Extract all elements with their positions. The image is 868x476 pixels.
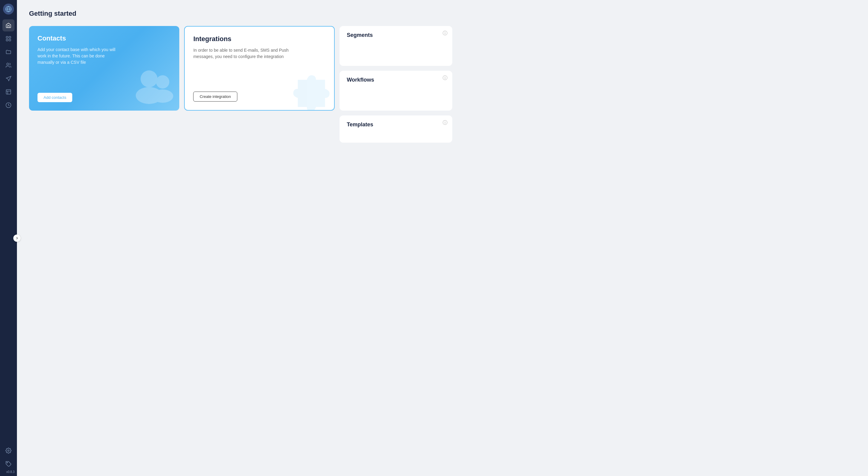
sidebar: v0.8.3 [0, 0, 17, 476]
svg-point-5 [7, 63, 9, 65]
svg-point-9 [7, 463, 8, 463]
contacts-card-title: Contacts [37, 34, 171, 42]
sidebar-item-clock[interactable] [2, 99, 14, 111]
version-label: v0.8.3 [6, 470, 14, 474]
sidebar-logo[interactable] [3, 4, 14, 14]
segments-card-title: Segments [347, 32, 373, 38]
integrations-card-description: In order to be able to send E-mails, SMS… [193, 47, 290, 60]
segments-info-icon[interactable]: ⓘ [443, 30, 447, 37]
add-contacts-button[interactable]: Add contacts [37, 93, 72, 102]
integrations-card: Integrations In order to be able to send… [184, 26, 334, 110]
workflows-card: Workflows ⓘ [340, 71, 452, 110]
main-content: Getting started Contacts Add your contac… [17, 0, 868, 476]
sidebar-item-templates[interactable] [2, 86, 14, 98]
sidebar-collapse-button[interactable] [13, 234, 21, 242]
svg-rect-6 [6, 90, 11, 94]
sidebar-nav [0, 19, 17, 445]
sidebar-item-contacts[interactable] [2, 59, 14, 71]
contacts-card: Contacts Add your contact base with whic… [29, 26, 179, 110]
svg-point-12 [156, 75, 169, 89]
sidebar-item-folder[interactable] [2, 46, 14, 58]
integrations-card-title: Integrations [193, 35, 325, 43]
svg-rect-1 [6, 37, 8, 38]
create-integration-button[interactable]: Create integration [193, 92, 237, 101]
sidebar-item-apps[interactable] [2, 33, 14, 45]
sidebar-item-settings[interactable] [2, 445, 14, 457]
svg-point-10 [141, 70, 157, 87]
workflows-card-title: Workflows [347, 77, 374, 83]
contacts-illustration [131, 62, 179, 110]
contacts-card-description: Add your contact base with which you wil… [37, 46, 122, 66]
sidebar-item-home[interactable] [2, 19, 14, 31]
templates-card: Templates ⓘ [340, 116, 452, 142]
templates-info-icon[interactable]: ⓘ [443, 120, 447, 126]
workflows-info-icon[interactable]: ⓘ [443, 75, 447, 81]
integrations-illustration [289, 71, 331, 110]
templates-card-title: Templates [347, 122, 373, 128]
svg-point-8 [8, 450, 9, 451]
sidebar-item-campaigns[interactable] [2, 72, 14, 85]
svg-rect-3 [6, 39, 8, 41]
sidebar-bottom [2, 445, 14, 472]
cards-grid: Contacts Add your contact base with whic… [29, 26, 452, 142]
svg-point-13 [152, 90, 173, 103]
page-title: Getting started [29, 10, 858, 18]
sidebar-item-plugin[interactable] [2, 458, 14, 470]
svg-rect-4 [9, 39, 11, 41]
svg-rect-2 [9, 37, 11, 38]
segments-card: Segments ⓘ [340, 26, 452, 66]
